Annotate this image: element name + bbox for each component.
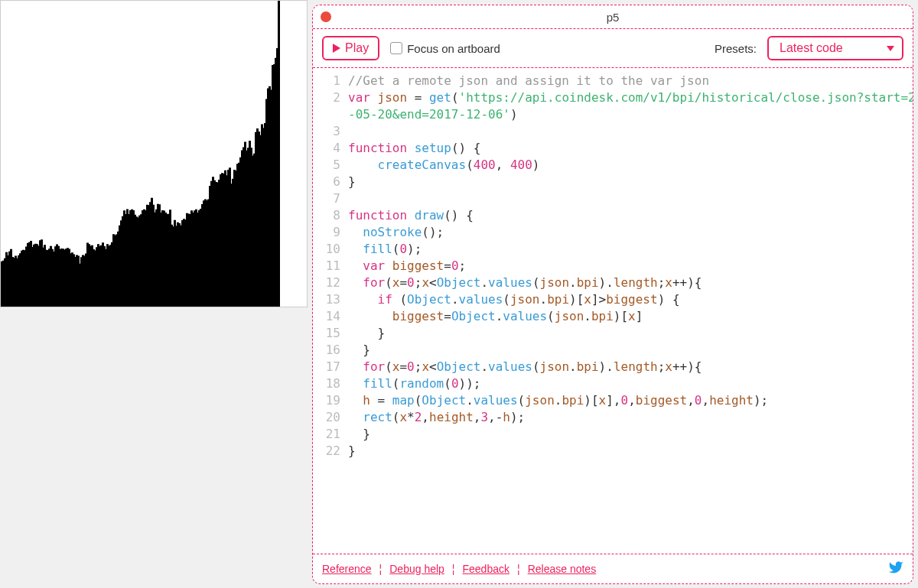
code-line[interactable]: 7: [313, 190, 907, 207]
code-line[interactable]: 5 createCanvas(400, 400): [313, 157, 907, 174]
gutter-number: 4: [313, 140, 348, 157]
gutter-number: 15: [313, 325, 348, 342]
gutter-number: 5: [313, 157, 348, 174]
gutter-number: 12: [313, 275, 348, 291]
chart-bars: [1, 1, 307, 307]
footer-link-feedback[interactable]: Feedback: [463, 563, 509, 575]
play-label: Play: [345, 41, 369, 55]
presets-selected: Latest code: [780, 41, 843, 55]
window-title: p5: [607, 11, 620, 24]
code-line[interactable]: 13 if (Object.values(json.bpi)[x]>bigges…: [313, 291, 907, 308]
code-editor[interactable]: 1//Get a remote json and assign it to th…: [313, 68, 913, 554]
code-line[interactable]: 3: [313, 123, 907, 140]
editor-panel: p5 Play Focus on artboard Presets: Lates…: [312, 5, 913, 584]
gutter-number: 21: [313, 426, 348, 443]
gutter-number: [313, 106, 348, 123]
code-line[interactable]: 10 fill(0);: [313, 241, 907, 258]
footer: Reference ¦ Debug help ¦ Feedback ¦ Rele…: [313, 554, 913, 583]
code-line[interactable]: 18 fill(random(0));: [313, 375, 907, 392]
chevron-down-icon: [887, 46, 894, 51]
code-line[interactable]: 4function setup() {: [313, 140, 907, 157]
gutter-number: 10: [313, 241, 348, 258]
footer-link-release[interactable]: Release notes: [528, 563, 597, 575]
play-icon: [333, 44, 340, 53]
code-line[interactable]: -05-20&end=2017-12-06'): [313, 106, 907, 123]
gutter-number: 11: [313, 258, 348, 275]
gutter-number: 3: [313, 123, 348, 140]
code-line[interactable]: 9 noStroke();: [313, 224, 907, 241]
code-line[interactable]: 21 }: [313, 426, 907, 443]
gutter-number: 6: [313, 174, 348, 190]
gutter-number: 8: [313, 207, 348, 224]
code-line[interactable]: 19 h = map(Object.values(json.bpi)[x],0,…: [313, 392, 907, 409]
focus-artboard-checkbox[interactable]: Focus on artboard: [390, 42, 500, 55]
gutter-number: 9: [313, 224, 348, 241]
code-line[interactable]: 20 rect(x*2,height,3,-h);: [313, 409, 907, 426]
gutter-number: 19: [313, 392, 348, 409]
gutter-number: 17: [313, 359, 348, 375]
code-line[interactable]: 14 biggest=Object.values(json.bpi)[x]: [313, 308, 907, 325]
focus-label: Focus on artboard: [407, 42, 500, 55]
gutter-number: 16: [313, 342, 348, 359]
gutter-number: 18: [313, 375, 348, 392]
play-button[interactable]: Play: [322, 36, 379, 60]
code-line[interactable]: 22}: [313, 443, 907, 460]
code-line[interactable]: 8function draw() {: [313, 207, 907, 224]
gutter-number: 22: [313, 443, 348, 460]
gutter-number: 20: [313, 409, 348, 426]
footer-link-reference[interactable]: Reference: [322, 563, 372, 575]
twitter-icon[interactable]: [888, 560, 903, 579]
presets-dropdown[interactable]: Latest code: [767, 36, 903, 60]
artboard-canvas: [0, 0, 308, 307]
code-line[interactable]: 16 }: [313, 342, 907, 359]
gutter-number: 13: [313, 291, 348, 308]
code-line[interactable]: 15 }: [313, 325, 907, 342]
code-line[interactable]: 17 for(x=0;x<Object.values(json.bpi).len…: [313, 359, 907, 375]
gutter-number: 1: [313, 73, 348, 89]
checkbox-icon: [390, 42, 402, 54]
code-line[interactable]: 12 for(x=0;x<Object.values(json.bpi).len…: [313, 275, 907, 291]
code-line[interactable]: 11 var biggest=0;: [313, 258, 907, 275]
title-bar: p5: [313, 5, 913, 29]
chart-svg: [1, 1, 307, 307]
code-line[interactable]: 6}: [313, 174, 907, 190]
gutter-number: 2: [313, 89, 348, 106]
footer-link-debug[interactable]: Debug help: [389, 563, 444, 575]
code-line[interactable]: 2var json = get('https://api.coindesk.co…: [313, 89, 907, 106]
gutter-number: 14: [313, 308, 348, 325]
close-icon[interactable]: [321, 11, 331, 22]
presets-label: Presets:: [715, 42, 757, 55]
code-line[interactable]: 1//Get a remote json and assign it to th…: [313, 73, 907, 89]
gutter-number: 7: [313, 190, 348, 207]
toolbar: Play Focus on artboard Presets: Latest c…: [313, 29, 913, 68]
